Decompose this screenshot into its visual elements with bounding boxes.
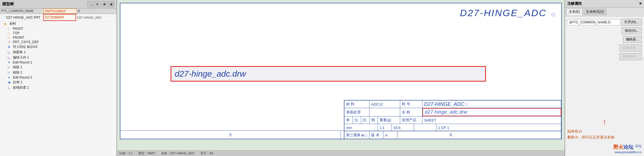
ratio-label: 位 [353,116,361,124]
tree-item-materials[interactable]: ▶ 材料 [0,21,116,26]
part-number-display: D27-HINGE_ADC □ [460,8,556,18]
weight-label: 重量(g) [378,116,400,124]
close-icon[interactable]: × [639,1,642,6]
report-symbol-row: 报告符号... [567,53,642,60]
save-button[interactable]: 保存(A)... [622,27,642,34]
open-button[interactable]: 打开(N)... [621,19,642,26]
model-tree-panel: 模型树 🔍 ▼ ⚙ ⊞ PTC_COMMON_NAME PARTNUMBER N… [0,0,117,156]
part-number-corner-mark: □ [552,12,556,17]
tab-text-style[interactable]: 文本样式(X) [584,9,606,15]
material-value: ADC12 [370,101,400,108]
drawing-content: D27-HINGE_ADC □ d27-hinge_adc.drw 材 料 AD… [120,3,562,139]
toolbar-settings-icon[interactable]: ⚙ [101,1,107,7]
edit-row: 编辑器... [567,36,642,43]
col3-cell: D27-HINGE_ADC- [76,14,116,21]
col-header-3: N [77,9,93,14]
tree-item-draft[interactable]: ◺ 拔模斜度 1 [0,85,116,90]
logo-website: www.proewildfire.cn [567,150,642,154]
annotation-line1: 始终有:D [567,129,642,135]
status-type: 类型：PART [138,151,155,155]
tree-item-editround2[interactable]: ✦ Edit Round 2 [0,75,116,80]
tab-text[interactable]: 文本(E) [566,9,582,15]
tree-item-remove1[interactable]: ▷ 移除 1 [0,65,116,70]
annotation-input-row: 打开(N)... [567,19,642,26]
tree-item-right[interactable]: □ RIGHT [0,26,116,31]
name-value-highlighted: d27-hinge_adc.drw [422,108,561,116]
text-symbol-row: 文本符号... [567,45,642,52]
grid-cell-6: 6 [341,131,561,139]
editround2-icon: ✦ [8,76,12,79]
plane-icon: □ [8,27,12,30]
toolbar-search-icon[interactable]: 🔍 [87,1,93,7]
import-icon: ⊕ [8,45,12,49]
tree-column-headers: PTC_COMMON_NAME PARTNUMBER N [0,9,116,14]
plane-icon-top: □ [8,31,12,35]
annotation-content: 打开(N)... 保存(A)... 编辑器... 文本符号... 报告符号... [565,16,644,116]
scale-label: 比 [361,116,370,124]
up-arrow: ↑ [603,118,607,126]
logo-area: 野火论坛 论坛 www.proewildfire.cn [565,142,644,156]
scale-label2: 例 [370,116,378,124]
offset-icon: ◺ [8,56,12,59]
csys-icon: ↗ [8,40,12,44]
annotation-tabs: 文本(E) 文本样式(X) [565,8,644,16]
remove2-icon: ▷ [8,71,12,74]
name-label: 名 称 [400,108,422,116]
status-size: 页片：A3 [200,151,213,155]
tree-item-extrude[interactable]: ◀ 拉伸 1 [0,80,116,85]
round-icon-1: ◺ [8,50,12,54]
drawing-panel: D27-HINGE_ADC □ d27-hinge_adc.drw 材 料 AD… [117,0,565,156]
edit-button[interactable]: 编辑器... [623,36,642,43]
model-tree-header: 模型树 🔍 ▼ ⚙ ⊞ [0,0,116,9]
tree-item-remove2[interactable]: ▷ 移除 2 [0,70,116,75]
save-row: 保存(A)... [567,27,642,34]
status-bar: 比例：1:1 类型：PART 名称：D27-HINGE_ADC 页片：A3 [117,150,565,156]
grid-cell-5: 5 [120,131,341,139]
text-symbol-button[interactable]: 文本符号... [619,45,642,52]
sheet-label: SHEET [422,116,561,124]
logo-brand: 野火论坛 论坛 [567,144,642,150]
surface-label: 表面处理 [344,108,370,116]
annotation-panel: 注解属性 × 文本(E) 文本样式(X) 打开(N)... 保存(A)... 编… [565,0,644,156]
material-label: 材 料 [344,101,370,108]
number-value: D27-HINGE_ADC □ [422,101,561,108]
tree-item-round1[interactable]: ◺ 倒圆角 1 [0,50,116,55]
tree-item-csys[interactable]: ↗ PRT_CSYS_DEF [0,40,116,44]
toolbar-filter-icon[interactable]: ▼ [94,1,100,7]
extrude-icon: ◀ [8,81,12,84]
logo-forum-icon: 论坛 [635,144,642,148]
annotation-line2: 删除:D，则可以正常显示名称 [567,135,642,140]
status-name: 名称：D27-HINGE_ADC [161,151,195,155]
part-name-highlighted-box: d27-hinge_adc.drw [171,66,486,82]
plane-icon-front: □ [8,36,12,39]
tree-item-front[interactable]: □ FRONT [0,35,116,40]
col-header-2: PARTNUMBER [43,9,77,14]
tree-body[interactable]: 📄 D27-HINGE_ADC.PRT D27转轴铸件 D27-HINGE_AD… [0,14,116,156]
col-header-1: PTC_COMMON_NAME [0,9,43,14]
report-symbol-button[interactable]: 报告符号... [619,53,642,60]
annotation-explanation: 始终有:D 删除:D，则可以正常显示名称 [565,128,644,142]
status-scale: 比例：1:1 [119,151,133,155]
toolbar-expand-icon[interactable]: ⊞ [108,1,114,7]
editround1-icon: ✦ [8,61,12,64]
title-row-2: 表面处理 名 称 d27-hinge_adc.drw [344,108,561,116]
grid-numbers: 5 6 [120,130,561,139]
title-row-1: 材 料 ADC12 料 号 D27-HINGE_ADC □ [344,101,561,108]
tree-item-offset[interactable]: ◺ 偏移几何 1 [0,55,116,60]
arrow-up-icon: ↑ [565,116,644,128]
tree-item-top[interactable]: □ TOP [0,31,116,35]
part-name-display: d27-hinge_adc.drw [175,69,246,78]
tree-item-main-file[interactable]: 📄 D27-HINGE_ADC.PRT [0,14,43,21]
remove1-icon: ▷ [8,65,12,69]
col2-highlighted-cell: D27转轴铸件 [43,14,76,21]
title-row-3: 单 位 比 例 重量(g) 首用产品 [344,116,561,124]
logo-fire-text: 野火 [613,144,623,150]
number-label: 料 号 [400,101,422,108]
annotation-input[interactable] [567,19,620,25]
draft-icon: ◺ [8,86,12,89]
first-product-label: 首用产品 [400,116,422,124]
tree-item-editround1[interactable]: ✦ 注解属性 Edit Round 1 [0,60,116,65]
tree-item-import[interactable]: ⊕ 导入特征 标识42 [0,44,116,50]
logo-forum-text: 论坛 [623,144,633,150]
annotation-header: 注解属性 × [565,0,644,8]
